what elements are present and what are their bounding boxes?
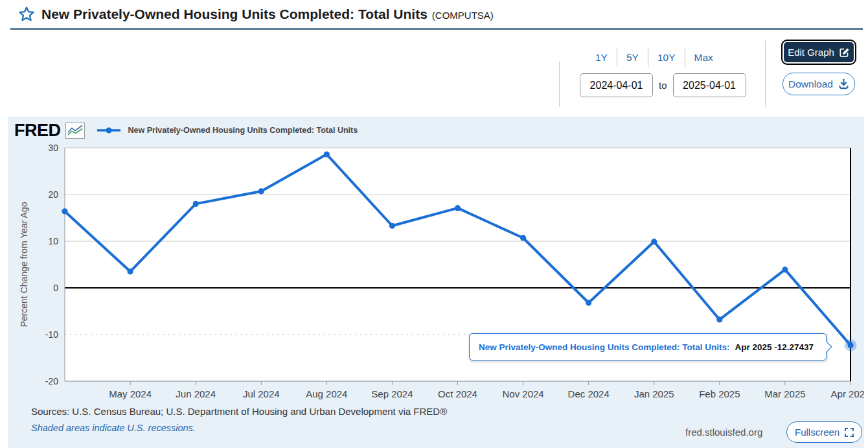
- download-label: Download: [788, 78, 833, 90]
- y-tick-label: 10: [48, 236, 58, 246]
- y-tick-label: 20: [48, 189, 58, 200]
- series-id: (COMPUTSA): [432, 8, 494, 21]
- data-point-marker[interactable]: [651, 239, 657, 244]
- chart-tooltip: New Privately-Owned Housing Units Comple…: [469, 333, 827, 360]
- range-5y[interactable]: 5Y: [617, 52, 648, 64]
- data-point-marker[interactable]: [847, 342, 853, 348]
- fullscreen-label: Fullscreen: [795, 427, 839, 438]
- x-tick-label: Jan 2025: [634, 388, 674, 399]
- data-point-marker[interactable]: [324, 151, 330, 157]
- site-link[interactable]: fred.stlouisfed.org: [685, 427, 762, 438]
- controls-separator-right: [765, 40, 766, 107]
- sources-text: Sources: U.S. Census Bureau; U.S. Depart…: [31, 406, 447, 417]
- x-tick-label: Aug 2024: [306, 388, 347, 399]
- fullscreen-expand-icon: [845, 428, 854, 437]
- legend-label: New Privately-Owned Housing Units Comple…: [128, 126, 358, 135]
- download-button[interactable]: Download: [782, 73, 855, 95]
- chart-plot[interactable]: 3020100-10-20May 2024Jun 2024Jul 2024Aug…: [8, 136, 864, 403]
- data-point-marker[interactable]: [62, 208, 67, 214]
- x-tick-label: Apr 2025: [831, 388, 864, 399]
- graph-container: FRED New Privately-Owned Housing Units C…: [8, 117, 864, 448]
- data-point-marker[interactable]: [455, 205, 461, 211]
- tooltip-value: Apr 2025 -12.27437: [735, 342, 814, 352]
- fullscreen-button[interactable]: Fullscreen: [786, 421, 862, 443]
- date-range-shortcuts: 1Y 5Y 10Y Max: [586, 48, 722, 67]
- y-tick-label: 30: [48, 143, 58, 153]
- end-date-input[interactable]: [673, 73, 746, 97]
- y-tick-label: 0: [53, 283, 58, 293]
- header-divider: [10, 28, 863, 30]
- x-tick-label: Feb 2025: [699, 388, 740, 399]
- x-tick-label: Jul 2024: [243, 388, 280, 399]
- data-point-marker[interactable]: [389, 223, 395, 229]
- legend-line-marker: [97, 126, 121, 134]
- x-tick-label: Oct 2024: [438, 388, 477, 399]
- x-tick-label: Mar 2025: [764, 388, 805, 399]
- range-max[interactable]: Max: [685, 52, 722, 64]
- x-tick-label: Dec 2024: [568, 388, 610, 399]
- range-1y[interactable]: 1Y: [586, 52, 617, 64]
- data-point-marker[interactable]: [586, 300, 591, 305]
- download-icon: [838, 78, 849, 89]
- range-10y[interactable]: 10Y: [648, 52, 685, 64]
- controls-separator-left: [559, 62, 560, 107]
- start-date-input[interactable]: [580, 73, 653, 97]
- y-axis-title: Percent Change from Year Ago: [19, 202, 29, 327]
- data-point-marker[interactable]: [716, 316, 722, 322]
- edit-graph-button[interactable]: Edit Graph: [781, 40, 856, 65]
- page-title: New Privately-Owned Housing Units Comple…: [41, 6, 428, 22]
- favorite-star-icon[interactable]: [18, 6, 35, 23]
- tooltip-series-label: New Privately-Owned Housing Units Comple…: [479, 342, 730, 352]
- edit-graph-label: Edit Graph: [788, 47, 834, 58]
- x-tick-label: Jun 2024: [176, 388, 216, 399]
- y-tick-label: -10: [45, 329, 58, 340]
- x-tick-label: Sep 2024: [371, 388, 413, 399]
- data-point-marker[interactable]: [782, 266, 788, 272]
- x-tick-label: Nov 2024: [502, 388, 543, 399]
- data-point-marker[interactable]: [127, 268, 133, 274]
- x-tick-label: May 2024: [109, 388, 152, 399]
- data-point-marker[interactable]: [193, 201, 199, 207]
- edit-pencil-icon: [839, 47, 850, 58]
- recession-note-link[interactable]: Shaded areas indicate U.S. recessions.: [31, 423, 196, 433]
- date-to-label: to: [659, 80, 667, 91]
- data-point-marker[interactable]: [258, 188, 264, 194]
- y-tick-label: -20: [45, 376, 58, 386]
- page-header: New Privately-Owned Housing Units Comple…: [0, 0, 868, 29]
- date-range-inputs: to: [580, 73, 746, 97]
- data-point-marker[interactable]: [520, 235, 526, 241]
